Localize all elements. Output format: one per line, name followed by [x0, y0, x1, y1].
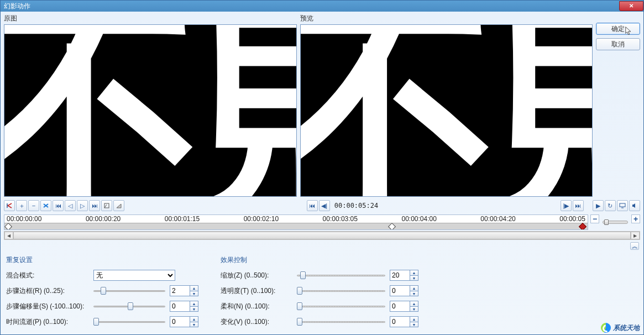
spin-down-button[interactable]: ▼	[410, 275, 418, 281]
zoom-slider-thumb[interactable]	[604, 219, 609, 225]
spin-down-button[interactable]: ▼	[410, 291, 418, 296]
remove-keyframe-button[interactable]: −	[28, 200, 39, 211]
keyframe-marker[interactable]	[388, 223, 396, 230]
soft-input[interactable]	[390, 301, 410, 312]
spin-up-button[interactable]: ▲	[410, 316, 418, 322]
speaker-button[interactable]	[629, 200, 640, 211]
transform-tool-button[interactable]	[101, 200, 112, 211]
keyframe-marker[interactable]	[4, 223, 12, 230]
collapse-settings-button[interactable]: ︽	[630, 242, 639, 250]
spin-down-button[interactable]: ▼	[410, 322, 418, 327]
step-offset-row: 步骤偏移量(S) (-100..100): ▲▼	[6, 300, 198, 312]
tick: 00:00:05	[559, 215, 585, 223]
blend-mode-row: 混合模式: 无	[6, 269, 198, 281]
preview-row: 原图 不見 预览 不見 确定 取消	[4, 14, 640, 197]
step-back-button[interactable]: ◀|	[319, 200, 330, 211]
slider-thumb[interactable]	[300, 271, 306, 279]
loop-button[interactable]: ↻	[605, 200, 616, 211]
slider-thumb[interactable]	[93, 318, 99, 326]
go-start-button[interactable]: ⏮	[307, 200, 318, 211]
step-offset-slider[interactable]	[93, 301, 165, 311]
scrollbar-track[interactable]	[13, 232, 631, 239]
spin-up-button[interactable]: ▲	[190, 316, 198, 322]
scrollbar-thumb[interactable]	[13, 232, 631, 239]
step-border-row: 步骤边框(R) (0..25): ▲▼	[6, 285, 198, 297]
spin-up-button[interactable]: ▲	[410, 270, 418, 275]
go-end-button[interactable]: ⏭	[573, 200, 584, 211]
slider-thumb[interactable]	[297, 287, 302, 295]
play-button[interactable]: ▶	[593, 200, 604, 211]
soft-label: 柔和(N) (0..100):	[221, 302, 292, 311]
opacity-label: 透明度(T) (0..100):	[221, 286, 292, 296]
add-keyframe-button[interactable]: ＋	[16, 200, 27, 211]
spin-down-button[interactable]: ▼	[190, 322, 198, 327]
cancel-button[interactable]: 取消	[596, 38, 640, 50]
mouse-cursor-icon	[625, 27, 633, 36]
next-keyframe-button[interactable]: ▷	[77, 200, 88, 211]
original-canvas: 不見	[4, 24, 297, 197]
watermark-globe-icon	[601, 323, 611, 333]
vary-slider[interactable]	[297, 317, 385, 327]
tick: 00:00:04:20	[480, 215, 515, 223]
zoom-in-button[interactable]: +	[631, 214, 640, 223]
monitor-button[interactable]	[617, 200, 628, 211]
swap-keyframes-button[interactable]	[40, 200, 51, 211]
spin-down-button[interactable]: ▼	[410, 306, 418, 312]
watermark: 系统天地	[601, 323, 640, 333]
timeline-ruler[interactable]: 00:00:00:00 00:00:00:20 00:00:01:15 00:0…	[4, 214, 588, 230]
keyframe-marker-active[interactable]	[579, 223, 587, 230]
repeat-settings-group: 重复设置 混合模式: 无 步骤边框(R) (0..25): ▲▼ 步骤偏移量(S…	[6, 255, 198, 328]
opacity-input[interactable]	[390, 285, 410, 296]
reset-keyframe-button[interactable]	[4, 200, 15, 211]
time-lapse-slider[interactable]	[93, 317, 165, 327]
zoom-out-button[interactable]: −	[590, 214, 599, 223]
step-forward-button[interactable]: |▶	[561, 200, 572, 211]
step-border-slider[interactable]	[93, 286, 165, 296]
vary-input[interactable]	[390, 316, 410, 327]
soft-slider[interactable]	[297, 301, 385, 311]
ok-button[interactable]: 确定	[596, 23, 640, 35]
spin-down-button[interactable]: ▼	[190, 291, 198, 296]
original-canvas-text: 不見	[4, 24, 297, 197]
slider-thumb[interactable]	[297, 318, 302, 326]
zoom-slider[interactable]	[603, 221, 628, 224]
spin-down-button[interactable]: ▼	[190, 306, 198, 312]
time-lapse-input[interactable]	[170, 316, 190, 327]
blend-mode-select[interactable]: 无	[93, 270, 175, 281]
window-close-button[interactable]: ✕	[619, 1, 643, 11]
preview-label: 预览	[300, 14, 593, 23]
slider-thumb[interactable]	[128, 302, 133, 310]
preview-canvas-text: 不見	[300, 24, 593, 197]
slider-thumb[interactable]	[101, 287, 106, 295]
vary-label: 变化(V) (0..100):	[221, 317, 292, 327]
spin-up-button[interactable]: ▲	[190, 301, 198, 306]
preview-column: 预览 不見	[300, 14, 593, 197]
step-border-input[interactable]	[170, 285, 190, 296]
effect-control-group: 效果控制 缩放(Z) (0..500): ▲▼ 透明度(T) (0..100):…	[221, 255, 418, 328]
cancel-button-label: 取消	[611, 40, 625, 49]
clip-tool-button[interactable]	[113, 200, 124, 211]
spin-up-button[interactable]: ▲	[410, 301, 418, 306]
spin-up-button[interactable]: ▲	[410, 285, 418, 291]
keyframe-track[interactable]	[4, 223, 588, 229]
tick: 00:00:04:00	[401, 215, 436, 223]
title-bar: 幻影动作 ✕	[1, 1, 643, 12]
first-keyframe-button[interactable]: ⏮	[53, 200, 64, 211]
zoom-input[interactable]	[390, 270, 410, 281]
timeline-area: 00:00:00:00 00:00:00:20 00:00:01:15 00:0…	[4, 214, 640, 230]
tick: 00:00:03:05	[323, 215, 358, 223]
side-buttons: 确定 取消	[596, 14, 640, 197]
spin-up-button[interactable]: ▲	[190, 285, 198, 291]
step-offset-input[interactable]	[170, 301, 190, 312]
soft-row: 柔和(N) (0..100): ▲▼	[221, 300, 418, 312]
last-keyframe-button[interactable]: ⏭	[89, 200, 100, 211]
timeline-scrollbar[interactable]: ◀ ▶	[4, 231, 640, 240]
zoom-row: 缩放(Z) (0..500): ▲▼	[221, 269, 418, 281]
slider-thumb[interactable]	[297, 302, 302, 310]
zoom-slider-control[interactable]	[297, 270, 385, 280]
prev-keyframe-button[interactable]: ◁	[65, 200, 76, 211]
scroll-right-button[interactable]: ▶	[631, 232, 640, 239]
scroll-left-button[interactable]: ◀	[4, 232, 13, 239]
svg-rect-1	[620, 203, 625, 207]
opacity-slider[interactable]	[297, 286, 385, 296]
